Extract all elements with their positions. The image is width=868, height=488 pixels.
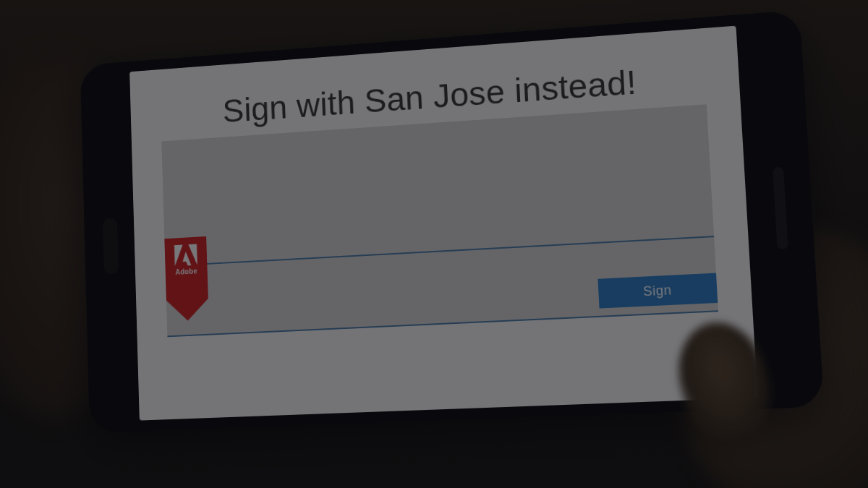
phone-speaker [773, 167, 788, 249]
adobe-label: Adobe [175, 267, 197, 276]
signature-baseline [167, 310, 718, 337]
sign-button[interactable]: Sign [597, 273, 718, 309]
signature-line [165, 236, 714, 267]
adobe-tag-body: Adobe [164, 236, 208, 301]
app-screen: Sign with San Jose instead! Adobe Sign [129, 26, 757, 421]
signature-area[interactable]: Adobe Sign [161, 104, 718, 337]
adobe-logo-icon [174, 244, 198, 266]
adobe-tag: Adobe [164, 236, 208, 322]
adobe-tag-point [166, 299, 209, 322]
home-button[interactable] [103, 218, 119, 274]
